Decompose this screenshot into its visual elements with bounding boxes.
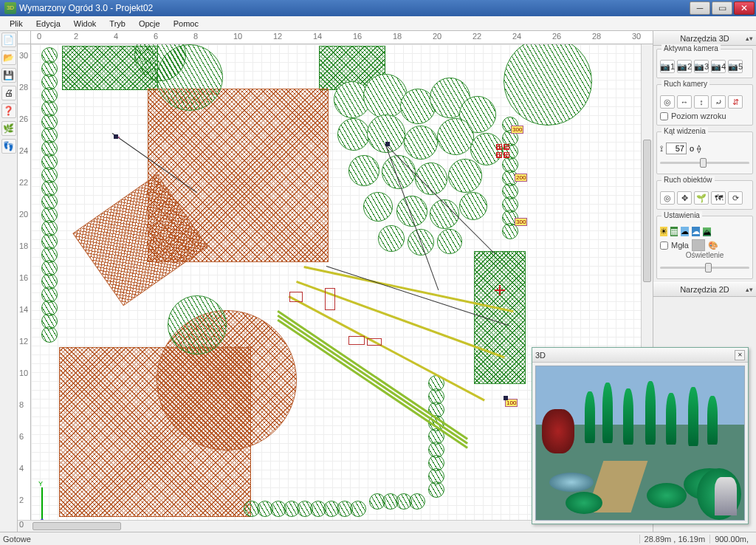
preview-close-button[interactable]: ✕: [735, 350, 745, 360]
pan-button[interactable]: ↔: [677, 95, 692, 109]
ruler-v-tick: 24: [19, 146, 28, 155]
collapse-icon[interactable]: ▴▾: [746, 35, 753, 42]
obj-plant-button[interactable]: 🌱: [694, 191, 709, 205]
preview-3d-window[interactable]: 3D ✕: [532, 347, 749, 524]
close-button[interactable]: ✕: [734, 1, 755, 15]
tool-help[interactable]: ❓: [1, 103, 16, 118]
ruler-h-tick: 10: [233, 32, 242, 41]
menu-label: Pomoc: [173, 19, 199, 28]
menu-opcje[interactable]: Opcje: [132, 18, 167, 30]
tool-save[interactable]: 💾: [1, 68, 16, 83]
object-marker[interactable]: [504, 152, 509, 158]
camera-2-button[interactable]: 📷2: [677, 60, 692, 73]
collapse-icon[interactable]: ▴▾: [746, 286, 753, 293]
menu-plik[interactable]: Plik: [3, 18, 30, 30]
ruler-h-tick: 18: [393, 32, 402, 41]
camera-3-button[interactable]: 📷3: [694, 60, 709, 73]
obj-move-button[interactable]: ✥: [677, 191, 692, 205]
sky2-button[interactable]: ☁: [692, 227, 700, 236]
tool-new[interactable]: 📄: [1, 32, 16, 47]
lighting-label: Oświetlenie: [660, 251, 749, 259]
group-settings: Ustawienia ☀ ▦ ☁ ☁ ⛰ Mgła 🎨 Oświetlenie: [656, 216, 753, 279]
window-title: Wymarzony Ogród 3.0 - Projekt02: [19, 3, 688, 13]
orbit-button[interactable]: ◎: [660, 95, 675, 109]
menu-edycja[interactable]: Edycja: [30, 18, 67, 30]
status-position: 28.89m , 16.19m: [639, 535, 710, 544]
panel-3d-header[interactable]: Narzędzia 3D ▴▾: [653, 31, 756, 46]
distance-marker[interactable]: 200: [515, 174, 527, 182]
ruler-v-tick: 20: [19, 210, 28, 219]
building-lower[interactable]: [59, 347, 251, 517]
preview-3d-header[interactable]: 3D ✕: [532, 348, 748, 363]
fog-settings-button[interactable]: 🎨: [708, 241, 718, 250]
height-button[interactable]: ⇵: [728, 95, 743, 109]
panel-2d-header[interactable]: Narzędzia 2D ▴▾: [653, 282, 756, 297]
menu-pomoc[interactable]: Pomoc: [167, 18, 205, 30]
rotate-button[interactable]: ⤾: [711, 95, 726, 109]
camera-1-button[interactable]: 📷1: [660, 60, 675, 73]
tool-walk[interactable]: 👣: [1, 139, 16, 154]
fog-color-swatch[interactable]: [692, 239, 705, 251]
fov-narrow-button[interactable]: ⟟: [660, 144, 663, 154]
landscape-button[interactable]: ⛰: [703, 227, 711, 236]
distance-marker[interactable]: 300: [515, 218, 527, 226]
label: 2: [687, 62, 692, 71]
furniture[interactable]: [325, 288, 335, 310]
axis-y: [41, 487, 43, 520]
camera-5-button[interactable]: 📷5: [728, 60, 743, 73]
hedge-curve2[interactable]: [371, 495, 424, 508]
furniture[interactable]: [367, 338, 382, 346]
obj-select-button[interactable]: ◎: [660, 191, 675, 205]
tool-open[interactable]: 📂: [1, 50, 16, 65]
hedge-left[interactable]: [43, 49, 56, 341]
group-legend: Ruch obiektów: [662, 176, 715, 184]
minimize-button[interactable]: ─: [690, 1, 710, 15]
hedge-curve[interactable]: [430, 377, 443, 496]
furniture[interactable]: [289, 292, 303, 302]
camera-4-button[interactable]: 📷4: [711, 60, 726, 73]
tool-plant[interactable]: 🌿: [1, 121, 16, 136]
fov-slider[interactable]: [660, 156, 749, 169]
object-marker[interactable]: [504, 144, 509, 150]
fov-input[interactable]: [666, 143, 687, 154]
preview-3d-scene[interactable]: [535, 366, 745, 521]
group-camera: Aktywna kamera 📷1 📷2 📷3 📷4 📷5: [656, 49, 753, 78]
lawn-patch[interactable]: [474, 251, 526, 384]
ruler-v-tick: 4: [19, 464, 24, 473]
eye-level-checkbox[interactable]: [660, 112, 668, 120]
group-legend: Aktywna kamera: [662, 44, 721, 52]
tool-print[interactable]: 🖨: [1, 86, 16, 100]
group-fov: Kąt widzenia ⟟ o ⟠: [656, 131, 753, 174]
node-handle[interactable]: [504, 396, 508, 400]
label: 3: [704, 62, 709, 71]
obj-rotate-button[interactable]: ⟳: [728, 191, 743, 205]
ruler-v-tick: 26: [19, 114, 28, 123]
tilt-button[interactable]: ↕: [694, 95, 709, 109]
ruler-v-tick: 28: [19, 83, 28, 92]
status-ready: Gotowe: [3, 535, 31, 544]
hedge-bottom[interactable]: [245, 502, 365, 515]
object-marker[interactable]: [496, 152, 502, 158]
distance-marker[interactable]: 300: [511, 126, 523, 134]
fog-label: Mgła: [671, 241, 689, 250]
fov-wide-button[interactable]: ⟠: [697, 144, 701, 154]
menu-widok[interactable]: Widok: [67, 18, 103, 30]
node-handle[interactable]: [385, 142, 390, 146]
eye-level-check[interactable]: Poziom wzroku: [660, 112, 749, 120]
ground-button[interactable]: ▦: [670, 227, 678, 236]
fog-checkbox[interactable]: [660, 241, 668, 250]
obj-terrain-button[interactable]: 🗺: [711, 191, 726, 205]
sky1-button[interactable]: ☁: [681, 227, 689, 236]
node-handle[interactable]: [114, 134, 118, 139]
ruler-h-tick: 22: [472, 32, 481, 41]
menu-tryb[interactable]: Tryb: [103, 18, 132, 30]
ruler-h-tick: 0: [37, 32, 41, 41]
sun-button[interactable]: ☀: [660, 227, 667, 236]
shrub-cluster[interactable]: [334, 74, 511, 266]
fog-check[interactable]: Mgła: [660, 241, 689, 250]
object-marker[interactable]: [496, 144, 502, 150]
furniture[interactable]: [348, 336, 365, 345]
maximize-button[interactable]: ▭: [712, 1, 732, 15]
tree[interactable]: [168, 295, 227, 354]
lighting-slider[interactable]: [660, 261, 749, 274]
